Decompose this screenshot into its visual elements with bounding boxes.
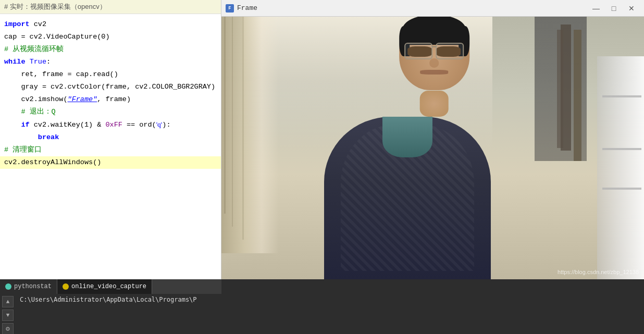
code-panel: # 实时：视频图像采集（opencv） import cv2 cap = cv2…	[0, 0, 221, 279]
code-line: if cv2.waitKey(1) & 0xFF == ord('q'):	[0, 118, 221, 131]
shelf	[602, 188, 641, 190]
code-content: import cv2 cap = cv2.VideoCapture(0) # 从…	[0, 14, 221, 279]
white-structure	[597, 56, 644, 279]
person-head	[399, 17, 469, 90]
person-nose	[429, 58, 439, 67]
curtain-line	[232, 17, 233, 227]
run-button[interactable]: ⚙	[2, 323, 14, 334]
tab-icon-pythonstat	[5, 283, 11, 290]
cv-minimize-button[interactable]: —	[588, 3, 604, 14]
terminal-path: C:\Users\Administrator\AppData\Local\Pro…	[20, 296, 197, 303]
shelf	[602, 148, 641, 150]
watermark: https://blog.csdn.net/zbp_12138	[558, 269, 639, 275]
person-body	[324, 117, 491, 279]
tabs-bar: pythonstat online_video_capture	[0, 279, 221, 294]
bottom-right-spacer	[221, 279, 644, 334]
code-line: # 清理窗口	[0, 144, 221, 156]
person-hair	[402, 17, 466, 45]
down-button[interactable]: ▼	[2, 310, 14, 321]
person-mouth	[420, 70, 448, 75]
code-line: break	[0, 131, 221, 144]
cv-window: F Frame — □ ✕	[221, 0, 644, 279]
code-title: # 实时：视频图像采集（opencv）	[4, 3, 106, 10]
tab-label-online-video-capture: online_video_capture	[71, 283, 146, 290]
code-line: import cv2	[0, 18, 221, 31]
code-line: cv2.imshow("Frame", frame)	[0, 93, 221, 106]
shirt-collar	[382, 117, 432, 157]
tab-pythonstat[interactable]: pythonstat	[0, 279, 57, 294]
glasses-left	[404, 43, 432, 59]
side-buttons: ▲ ▼ ⚙ ⏹	[0, 294, 16, 334]
tab-icon-online-video-capture	[63, 283, 69, 290]
code-line-while: while True:	[0, 56, 221, 68]
terminal-path-line: C:\Users\Administrator\AppData\Local\Pro…	[20, 296, 217, 303]
shelf	[602, 95, 641, 97]
cv-titlebar: F Frame — □ ✕	[221, 0, 644, 17]
cv-controls: — □ ✕	[588, 3, 640, 14]
tab-label-pythonstat: pythonstat	[14, 283, 52, 290]
code-line: gray = cv2.cvtColor(frame, cv2.COLOR_BGR…	[0, 81, 221, 93]
code-header: # 实时：视频图像采集（opencv）	[0, 0, 221, 14]
glasses-right	[436, 43, 464, 59]
code-line: ret, frame = cap.read()	[0, 68, 221, 81]
cv-title-left: F Frame	[226, 4, 257, 13]
cv-close-button[interactable]: ✕	[623, 3, 640, 14]
cv-icon: F	[226, 4, 234, 13]
clothes-item	[574, 30, 581, 161]
curtain-line	[224, 17, 226, 214]
curtain-line	[242, 17, 244, 240]
code-line: # 从视频流循环帧	[0, 43, 221, 56]
main-area: # 实时：视频图像采集（opencv） import cv2 cap = cv2…	[0, 0, 644, 279]
cv-window-title: Frame	[237, 4, 257, 12]
cv-icon-label: F	[228, 6, 231, 11]
bottom-left-panel: pythonstat online_video_capture ▲ ▼ ⚙ ⏹ …	[0, 279, 221, 334]
glasses-bridge	[432, 46, 436, 47]
code-line-highlighted: cv2.destroyAllWindows()	[0, 156, 221, 169]
code-line: cap = cv2.VideoCapture(0)	[0, 31, 221, 43]
up-button[interactable]: ▲	[2, 296, 14, 307]
tab-online-video-capture[interactable]: online_video_capture	[57, 279, 152, 294]
clothes-item	[557, 30, 563, 148]
terminal-row: ▲ ▼ ⚙ ⏹ C:\Users\Administrator\AppData\L…	[0, 294, 221, 334]
terminal-content: C:\Users\Administrator\AppData\Local\Pro…	[16, 294, 221, 334]
code-line: # 退出：Q	[0, 106, 221, 118]
person-neck	[419, 91, 448, 117]
bottom-area: pythonstat online_video_capture ▲ ▼ ⚙ ⏹ …	[0, 279, 644, 334]
curtain-left	[221, 17, 279, 253]
camera-feed: https://blog.csdn.net/zbp_12138	[221, 17, 644, 279]
cv-content: https://blog.csdn.net/zbp_12138	[221, 17, 644, 279]
cv-maximize-button[interactable]: □	[605, 3, 622, 14]
